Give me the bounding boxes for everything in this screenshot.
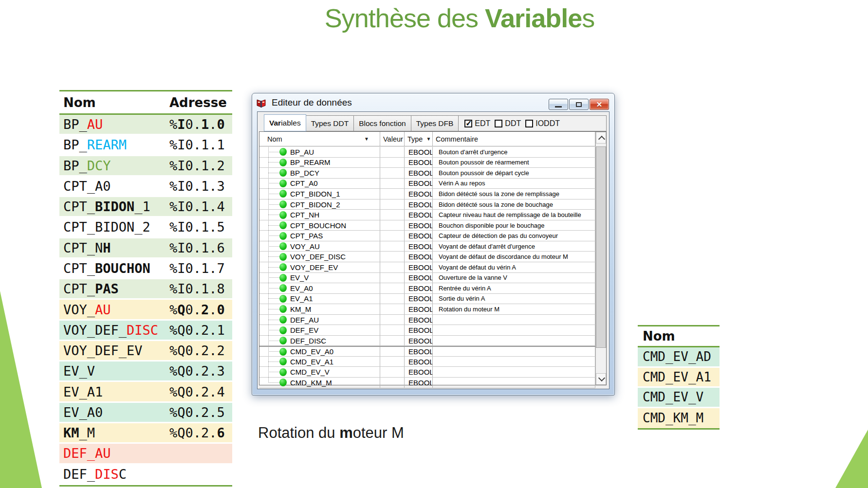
value-cell <box>380 158 405 168</box>
type-cell: EBOOL <box>405 158 433 168</box>
variable-icon <box>279 169 287 177</box>
comment-cell: Bidon détécté sous la zone de bouchage <box>433 199 595 210</box>
value-cell <box>380 210 405 220</box>
variable-name: EV_A0 <box>290 284 313 292</box>
column-header-valeur[interactable]: Valeur <box>380 132 405 146</box>
grid-row[interactable]: VOY_DEF_EVEBOOLVoyant de défaut du vérin… <box>259 262 595 273</box>
variable-address: %Q0.2.5 <box>169 405 225 420</box>
filter-arrow-icon[interactable]: ▼ <box>364 136 369 142</box>
grid-row[interactable]: CMD_EV_VEBOOL <box>259 367 595 378</box>
tab-types-ddt[interactable]: Types DDT <box>306 115 354 131</box>
tab-blocs-fonction[interactable]: Blocs fonction <box>353 115 411 131</box>
variable-name: DEF_EV <box>290 326 318 334</box>
column-header-commentaire[interactable]: Commentaire <box>433 132 595 146</box>
value-cell <box>380 315 405 325</box>
filter-arrow-icon[interactable]: ▼ <box>426 136 431 142</box>
grid-row[interactable]: DEF_AUEBOOL <box>259 315 595 325</box>
type-text: EBOOL <box>405 158 433 166</box>
type-text: EBOOL <box>405 232 433 240</box>
checkbox-unchecked-icon[interactable] <box>495 120 502 127</box>
variable-name: CPT_PAS <box>290 232 323 240</box>
variable-name: DEF_DISC <box>59 467 169 482</box>
variables-grid: Nom▼ValeurType▼Commentaire BP_AUEBOOLBou… <box>259 131 607 385</box>
variable-icon <box>279 305 287 313</box>
minimize-icon <box>555 106 562 108</box>
variable-address: %Q0.2.4 <box>169 384 225 399</box>
grid-row[interactable]: EV_A0EBOOLRentrée du vérin A <box>259 283 595 294</box>
grid-row[interactable]: EV_VEBOOLOuverture de la vanne V <box>259 273 595 284</box>
grid-body: BP_AUEBOOLBouton d'arrêt d'urgenceBP_REA… <box>259 147 595 385</box>
table-row: CPT_BIDON_1%I0.1.4 <box>59 197 232 217</box>
column-header-type[interactable]: Type▼ <box>405 132 433 146</box>
name-cell: EV_A0 <box>259 283 380 293</box>
variable-icon <box>279 263 287 271</box>
type-cell: EBOOL <box>405 315 433 325</box>
grid-row[interactable]: CPT_BOUCHONEBOOLBouchon disponible pour … <box>259 220 595 231</box>
grid-row[interactable]: CMD_EV_A1EBOOL <box>259 357 595 367</box>
grid-row[interactable]: BP_AUEBOOLBouton d'arrêt d'urgence <box>259 147 595 158</box>
variable-name: BP_AU <box>59 117 169 132</box>
table-row: CPT_BIDON_2%I0.1.5 <box>59 217 232 238</box>
type-cell: EBOOL <box>405 199 433 210</box>
grid-row[interactable]: CPT_A0EBOOLVérin A au repos <box>259 179 595 189</box>
scroll-down-icon[interactable] <box>596 373 606 385</box>
value-cell <box>380 220 405 231</box>
vertical-scrollbar[interactable] <box>595 132 606 385</box>
grid-row[interactable]: CPT_BIDON_2EBOOLBidon détécté sous la zo… <box>259 199 595 210</box>
grid-row[interactable]: VOY_AUEBOOLVoyant de défaut d'arrêt d'ur… <box>259 241 595 252</box>
title-prefix: Synthèse des <box>325 3 485 33</box>
tree-branch-icon <box>268 341 279 341</box>
tree-branch-icon <box>268 225 279 226</box>
name-cell: CPT_BOUCHON <box>259 220 380 231</box>
tree-branch-icon <box>268 382 279 383</box>
grid-row[interactable]: KM_MEBOOLRotation du moteur M <box>259 304 595 315</box>
grid-row[interactable]: VOY_DEF_DISCEBOOLVoyant de défaut de dis… <box>259 252 595 262</box>
checkbox-checked-icon[interactable] <box>464 120 472 127</box>
grid-row[interactable]: EV_A1EBOOLSortie du vérin A <box>259 294 595 305</box>
scrollbar-thumb[interactable] <box>596 146 606 348</box>
slide: Synthèse des Variables Nom Adresse BP_AU… <box>0 0 868 488</box>
value-cell <box>380 357 405 367</box>
grid-row[interactable]: CMD_KM_MEBOOL <box>259 378 595 388</box>
filter-ioddt[interactable]: IODDT <box>525 119 560 128</box>
name-cell: CMD_EV_V <box>259 367 380 377</box>
column-header-adresse: Adresse <box>169 95 227 110</box>
checkbox-unchecked-icon[interactable] <box>525 120 533 127</box>
type-cell: EBOOL <box>405 367 433 377</box>
scroll-up-icon[interactable] <box>596 132 606 144</box>
data-editor-icon <box>256 98 266 108</box>
variable-name: EV_A1 <box>59 384 169 399</box>
type-cell: EBOOL <box>405 147 433 157</box>
grid-row[interactable]: DEF_EVEBOOL <box>259 325 595 336</box>
maximize-button[interactable] <box>569 99 589 110</box>
maximize-icon <box>576 102 582 107</box>
table-row: BP_REARM%I0.1.1 <box>59 135 232 156</box>
window-titlebar[interactable]: Editeur de données ✕ <box>252 93 614 111</box>
grid-row[interactable]: CPT_NHEBOOLCapteur niveau haut de rempli… <box>259 210 595 220</box>
table-row: DEF_DISC <box>59 465 232 485</box>
grid-row[interactable]: CPT_PASEBOOLCapteur de détection de pas … <box>259 231 595 241</box>
grid-row[interactable]: CPT_BIDON_1EBOOLBidon détécté sous la zo… <box>259 189 595 199</box>
filter-ddt[interactable]: DDT <box>495 119 521 128</box>
grid-row[interactable]: CMD_EV_A0EBOOL <box>259 346 595 357</box>
title-bold: Variable <box>485 3 582 33</box>
grid-row[interactable]: BP_REARMEBOOLBouton poussoir de réarmeme… <box>259 158 595 168</box>
grid-row[interactable]: DEF_DISCEBOOL <box>259 336 595 346</box>
tab-types-dfb[interactable]: Types DFB <box>411 115 459 131</box>
variable-name: CMD_EV_V <box>290 368 330 376</box>
grid-row[interactable]: BP_DCYEBOOLBouton poussoir de départ cyc… <box>259 168 595 179</box>
close-button[interactable]: ✕ <box>590 99 609 110</box>
minimize-button[interactable] <box>549 99 568 110</box>
type-text: EBOOL <box>405 368 433 376</box>
column-header-nom[interactable]: Nom▼ <box>259 132 380 146</box>
table-row: BP_AU%I0.1.0 <box>59 115 232 135</box>
tab-variables[interactable]: Variables <box>264 114 306 131</box>
tree-branch-icon <box>268 372 279 372</box>
filter-edt[interactable]: EDT <box>464 119 490 128</box>
window-client-area: VariablesTypes DDTBlocs fonctionTypes DF… <box>257 111 609 389</box>
corner-decoration-left <box>0 291 42 488</box>
name-cell: VOY_DEF_DISC <box>259 252 380 262</box>
tree-branch-icon <box>268 320 279 320</box>
table-row: CMD_EV_V <box>638 388 720 408</box>
type-text: EBOOL <box>405 358 433 366</box>
